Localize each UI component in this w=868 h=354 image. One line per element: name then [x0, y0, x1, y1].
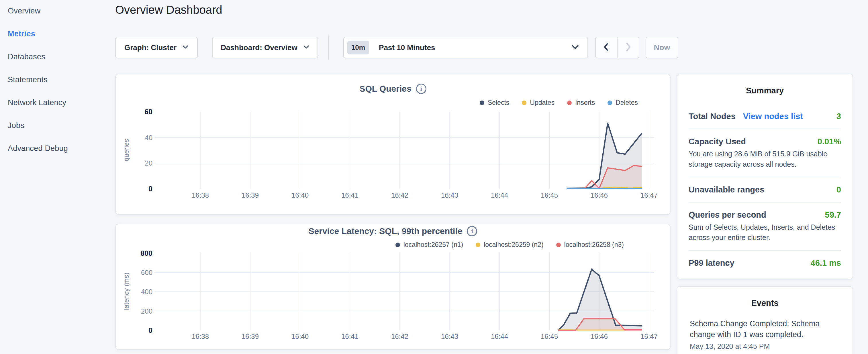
legend-item[interactable]: localhost:26259 (n2) — [476, 241, 543, 249]
legend-item[interactable]: Selects — [480, 99, 509, 106]
legend-dot-icon — [556, 243, 561, 247]
event-item[interactable]: Schema Change Completed: Schema change w… — [690, 318, 840, 351]
x-tick-label: 16:43 — [441, 191, 458, 199]
legend-dot-icon — [522, 100, 526, 105]
legend-item[interactable]: Inserts — [567, 99, 595, 106]
view-nodes-link[interactable]: View nodes list — [743, 112, 803, 121]
y-tick-label: 0 — [149, 185, 152, 193]
time-range-selector[interactable]: 10m Past 10 Minutes — [343, 37, 588, 58]
sidebar: OverviewMetricsDatabasesStatementsNetwor… — [8, 6, 111, 167]
summary-row-value: 59.7 — [825, 210, 841, 220]
info-icon[interactable]: i — [416, 84, 426, 94]
y-tick-label: 400 — [141, 288, 152, 296]
toolbar-divider — [329, 35, 329, 60]
summary-row: Capacity Used0.01%You are using 28.6 MiB… — [689, 129, 841, 177]
chart-title: SQL Queries — [359, 84, 411, 94]
y-axis-unit-label: queries — [122, 139, 130, 162]
x-tick-label: 16:47 — [641, 191, 658, 199]
summary-panel: Summary Total NodesView nodes list3Capac… — [677, 74, 853, 280]
chevron-down-icon — [182, 45, 189, 50]
x-tick-label: 16:43 — [441, 332, 458, 340]
x-tick-label: 16:40 — [291, 332, 309, 340]
graph-dropdown[interactable]: Graph: Cluster — [115, 37, 198, 58]
sidebar-item-metrics[interactable]: Metrics — [8, 29, 111, 38]
legend-dot-icon — [567, 100, 572, 105]
x-tick-label: 16:39 — [242, 332, 259, 340]
legend-label: Selects — [488, 99, 509, 106]
y-tick-label: 0 — [149, 326, 152, 334]
x-tick-label: 16:38 — [192, 332, 209, 340]
legend-item[interactable]: localhost:26258 (n3) — [556, 241, 624, 249]
summary-row: Queries per second59.7Sum of Selects, Up… — [689, 202, 841, 250]
previous-time-button[interactable] — [596, 37, 617, 58]
y-tick-label: 800 — [141, 249, 152, 257]
dashboard-dropdown[interactable]: Dashboard: Overview — [212, 37, 318, 58]
summary-row-description: Sum of Selects, Updates, Inserts, and De… — [689, 222, 841, 243]
legend-dot-icon — [396, 243, 400, 247]
legend-label: localhost:26258 (n3) — [564, 241, 624, 249]
summary-row-label: Capacity Used — [689, 137, 746, 147]
page: OverviewMetricsDatabasesStatementsNetwor… — [0, 0, 868, 354]
time-pager — [595, 37, 639, 58]
next-time-button[interactable] — [617, 37, 639, 58]
legend-label: localhost:26259 (n2) — [484, 241, 543, 249]
summary-row-label: Total Nodes — [689, 111, 736, 121]
chart-legend: localhost:26257 (n1)localhost:26259 (n2)… — [396, 241, 624, 249]
time-range-badge: 10m — [347, 41, 369, 55]
summary-row-value: 0.01% — [817, 137, 841, 147]
event-timestamp: May 13, 2020 at 4:45 PM — [690, 342, 840, 351]
legend-dot-icon — [476, 243, 480, 247]
summary-row-value: 0 — [836, 185, 841, 194]
summary-rows: Total NodesView nodes list3Capacity Used… — [689, 104, 841, 275]
y-tick-label: 20 — [145, 159, 152, 167]
summary-row-head: P99 latency46.1 ms — [689, 258, 841, 268]
legend-label: Inserts — [575, 99, 595, 106]
chart-title: Service Latency: SQL, 99th percentile — [309, 226, 463, 236]
dashboard-dropdown-label: Dashboard: Overview — [221, 43, 297, 52]
x-tick-label: 16:44 — [491, 332, 508, 340]
summary-row-label: P99 latency — [689, 258, 735, 268]
now-button[interactable]: Now — [646, 37, 678, 58]
x-tick-label: 16:46 — [591, 191, 608, 199]
y-tick-label: 600 — [141, 269, 152, 277]
events-list: Schema Change Completed: Schema change w… — [690, 318, 840, 351]
event-text: Schema Change Completed: Schema change w… — [690, 318, 825, 340]
chevron-down-icon — [571, 45, 579, 51]
x-tick-label: 16:40 — [291, 191, 309, 199]
legend-dot-icon — [608, 100, 612, 105]
summary-heading: Summary — [689, 86, 841, 95]
x-tick-label: 16:41 — [341, 191, 359, 199]
legend-item[interactable]: Deletes — [608, 99, 638, 106]
y-tick-label: 200 — [141, 307, 152, 315]
sidebar-item-overview[interactable]: Overview — [8, 6, 111, 15]
legend-label: Deletes — [616, 99, 638, 106]
summary-row-label: Queries per second — [689, 210, 766, 220]
x-tick-label: 16:39 — [242, 191, 259, 199]
sidebar-item-databases[interactable]: Databases — [8, 52, 111, 61]
x-tick-label: 16:44 — [491, 191, 508, 199]
summary-row-head: Capacity Used0.01% — [689, 137, 841, 147]
summary-row-head: Total NodesView nodes list3 — [689, 111, 841, 121]
summary-row: Total NodesView nodes list3 — [689, 104, 841, 129]
y-tick-label: 40 — [145, 134, 152, 141]
chevron-right-icon — [624, 42, 632, 53]
summary-row-description: You are using 28.6 MiB of 515.9 GiB usab… — [689, 149, 841, 169]
events-panel: Events Schema Change Completed: Schema c… — [677, 286, 853, 354]
legend-item[interactable]: localhost:26257 (n1) — [396, 241, 463, 249]
chevron-down-icon — [303, 45, 309, 50]
sidebar-item-statements[interactable]: Statements — [8, 75, 111, 84]
now-button-label: Now — [654, 43, 670, 52]
summary-row-value: 3 — [836, 112, 841, 121]
info-icon[interactable]: i — [467, 226, 477, 236]
x-tick-label: 16:45 — [541, 332, 558, 340]
x-tick-label: 16:45 — [541, 191, 558, 199]
y-axis-unit-label: latency (ms) — [122, 273, 130, 310]
sidebar-item-advanced-debug[interactable]: Advanced Debug — [8, 144, 111, 153]
x-tick-label: 16:38 — [192, 191, 209, 199]
time-range-label: Past 10 Minutes — [379, 43, 435, 52]
legend-item[interactable]: Updates — [522, 99, 555, 106]
legend-label: localhost:26257 (n1) — [403, 241, 463, 249]
sidebar-item-network-latency[interactable]: Network Latency — [8, 98, 111, 107]
sidebar-item-jobs[interactable]: Jobs — [8, 121, 111, 130]
chevron-left-icon — [602, 42, 611, 53]
